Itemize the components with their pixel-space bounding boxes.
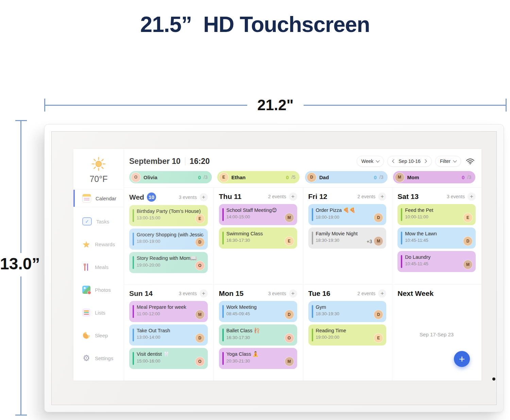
- filter-label: Filter: [440, 158, 451, 164]
- event-card[interactable]: Birthday Party (Tom’s House) 13:00-15:00…: [129, 205, 208, 226]
- add-event-button[interactable]: +: [468, 192, 476, 201]
- event-color-bar: [133, 233, 134, 246]
- add-event-button[interactable]: +: [289, 192, 297, 201]
- event-time: 20:30-21:30: [226, 358, 293, 364]
- add-event-fab[interactable]: +: [454, 351, 470, 367]
- event-card[interactable]: Mow the Lawn 10:45-11:45 D: [397, 228, 476, 249]
- event-card[interactable]: Work Meeting 08:45-09:45 D: [219, 301, 297, 322]
- event-title: Ballet Class 🩰: [226, 328, 293, 334]
- event-card[interactable]: School Staff Meeting😊 14:00-15:00 M: [219, 204, 297, 225]
- member-chip[interactable]: D Dad 0 /3: [305, 171, 388, 183]
- filter-dropdown[interactable]: Filter: [435, 156, 461, 167]
- chevron-down-icon: [376, 158, 380, 162]
- sidebar-item[interactable]: Calendar: [73, 189, 124, 207]
- event-time: 13:00-14:00: [137, 335, 204, 340]
- event-title: Feed the Pet: [405, 207, 472, 213]
- event-time: 19:00-20:00: [316, 335, 382, 340]
- member-chip[interactable]: E Ethan 0 /5: [217, 171, 300, 183]
- sidebar-item[interactable]: Tasks: [73, 213, 124, 230]
- event-card[interactable]: Grocery Shopping (with Jessica) 18:00-19…: [129, 229, 208, 250]
- member-name: Mom: [407, 174, 419, 180]
- event-color-bar: [133, 256, 134, 269]
- event-count: 3 events: [268, 291, 286, 296]
- dimension-line: [20, 276, 21, 415]
- add-event-button[interactable]: +: [378, 192, 386, 201]
- day-cell: Sun 14 3 events + Meal Prepare for week …: [124, 284, 214, 381]
- avatar: O: [285, 333, 294, 343]
- sidebar-item[interactable]: Rewards: [73, 236, 124, 253]
- width-dimension-label: 21.2": [257, 97, 294, 114]
- event-card[interactable]: Swimming Class 16:30-17:30 E: [219, 228, 297, 249]
- member-progress-total: /3: [379, 174, 384, 180]
- day-cell: Sat 13 3 events + Feed the Pet 10:00-11:…: [392, 188, 481, 284]
- event-card[interactable]: Family Movie Night 18:30-19:30 +3 M: [308, 228, 387, 249]
- dimension-line: [20, 121, 21, 253]
- event-color-bar: [401, 208, 402, 221]
- event-card[interactable]: Reading Time 19:00-20:00 E: [308, 324, 387, 346]
- event-title: Order Pizza 🍕🍕: [316, 207, 382, 213]
- event-card[interactable]: Take Out Trash 13:00-14:00 D: [129, 324, 208, 346]
- sidebar-item[interactable]: Settings: [73, 350, 124, 367]
- next-week-range: Sep 17-Sep 23: [397, 332, 476, 337]
- add-event-button[interactable]: +: [200, 193, 208, 201]
- add-event-button[interactable]: +: [378, 289, 386, 298]
- event-title: Take Out Trash: [137, 328, 204, 333]
- day-cell: Thu 11 2 events + School Staff Meeting😊 …: [214, 188, 303, 284]
- day-cell: Mon 15 3 events + Work Meeting 08:45-09:…: [214, 284, 303, 381]
- event-title: Do Laundry: [405, 254, 472, 260]
- event-card[interactable]: Meal Prepare for week 11:00-12:00 M: [129, 301, 208, 322]
- current-time: 16:20: [190, 157, 210, 166]
- add-event-button[interactable]: +: [200, 289, 208, 298]
- member-chip[interactable]: M Mom 0 /3: [393, 171, 476, 183]
- dimension-line: [304, 105, 506, 106]
- view-selector-dropdown[interactable]: Week: [357, 156, 384, 167]
- event-time: 11:00-12:00: [137, 311, 204, 316]
- event-title: School Staff Meeting😊: [226, 207, 293, 213]
- member-progress-done: 0: [374, 174, 376, 180]
- event-title: Visit dentist 🦷: [137, 351, 204, 357]
- event-card[interactable]: Story Reading with Mom📖 19:00-20:00 O: [129, 252, 208, 273]
- device-frame: 70°F Calendar Tasks: [44, 124, 504, 412]
- dimension-line: [45, 105, 247, 106]
- event-title: Family Movie Night: [316, 231, 382, 236]
- event-title: Mow the Lawn: [405, 231, 472, 236]
- sidebar-item-icon: [82, 308, 90, 317]
- chevron-left-icon[interactable]: [392, 159, 396, 163]
- event-card[interactable]: Do Laundry 10:45-11:45 M: [397, 251, 476, 272]
- event-time: 16:30-17:30: [226, 335, 293, 340]
- sidebar-item-icon: [82, 354, 90, 362]
- avatar: E: [374, 333, 383, 343]
- event-color-bar: [133, 305, 134, 318]
- next-week-title: Next Week: [397, 289, 434, 298]
- member-progress-done: 0: [198, 174, 201, 180]
- avatar: E: [463, 213, 473, 222]
- day-title: Thu 11: [219, 192, 242, 201]
- event-card[interactable]: Feed the Pet 10:00-11:00 E: [397, 204, 476, 225]
- sidebar-item[interactable]: Photos: [73, 281, 124, 298]
- event-card[interactable]: Gym 18:30-19:30 D: [308, 301, 387, 322]
- height-dimension-label: 13.0”: [0, 254, 48, 273]
- member-name: Ethan: [232, 174, 246, 180]
- event-card[interactable]: Ballet Class 🩰 16:30-17:30 O: [219, 324, 297, 346]
- event-color-bar: [133, 209, 134, 222]
- sidebar-item[interactable]: Lists: [73, 304, 124, 321]
- event-card[interactable]: Yoga Class 🧘 20:30-21:30 M: [219, 348, 297, 369]
- event-color-bar: [222, 305, 224, 318]
- sidebar-item[interactable]: Meals: [73, 258, 124, 275]
- sidebar-item-label: Lists: [95, 310, 105, 316]
- event-time: 16:30-17:30: [226, 238, 293, 243]
- event-card[interactable]: Visit dentist 🦷 15:00-16:00 O: [129, 348, 208, 369]
- chevron-right-icon[interactable]: [423, 159, 427, 163]
- member-progress-done: 0: [286, 174, 289, 180]
- event-time: 10:00-11:00: [405, 214, 472, 219]
- member-chip[interactable]: O Olivia 0 /3: [129, 171, 212, 183]
- calendar-header: September 10 16:20 Week Sep 10-16: [124, 149, 481, 167]
- event-count: 2 events: [357, 194, 375, 199]
- sidebar-item[interactable]: Sleep: [73, 327, 124, 344]
- add-event-button[interactable]: +: [289, 289, 297, 298]
- event-color-bar: [401, 232, 402, 245]
- sidebar-item-label: Settings: [95, 355, 113, 361]
- week-range-navigator[interactable]: Sep 10-16: [387, 156, 432, 167]
- sidebar-item-icon: [82, 240, 90, 248]
- event-card[interactable]: Order Pizza 🍕🍕 18:00-19:00 D: [308, 204, 387, 225]
